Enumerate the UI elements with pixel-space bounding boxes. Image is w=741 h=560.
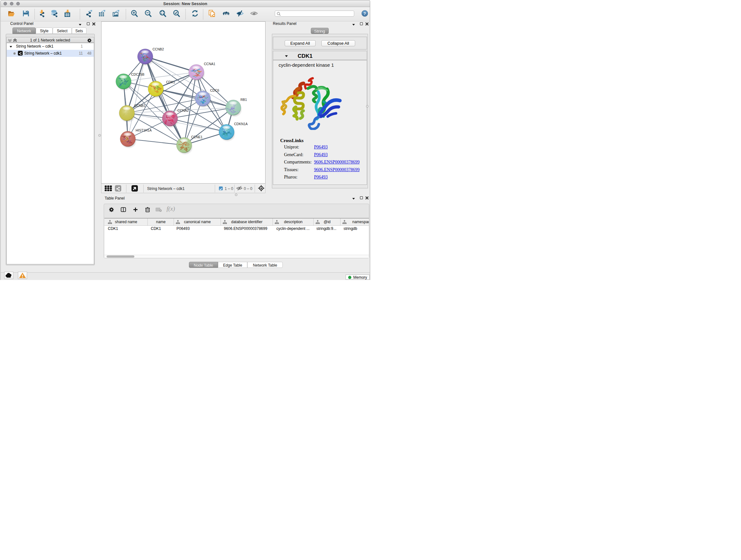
svg-text:CDK1: CDK1 <box>166 80 175 84</box>
svg-text:RB1: RB1 <box>241 98 247 101</box>
svg-text:CCNA1: CCNA1 <box>204 62 215 65</box>
svg-text:HIST1H1A: HIST1H1A <box>136 128 151 132</box>
svg-text:CCNA2: CCNA2 <box>178 109 189 112</box>
svg-text:CCNE1: CCNE1 <box>191 135 203 139</box>
svg-text:CDC25B: CDC25B <box>131 72 144 76</box>
svg-text:CDC6: CDC6 <box>210 88 219 92</box>
svg-text:CCNB2: CCNB2 <box>152 47 164 51</box>
svg-text:CCNB1: CCNB1 <box>134 104 146 108</box>
svg-text:CDKN1A: CDKN1A <box>234 122 248 125</box>
